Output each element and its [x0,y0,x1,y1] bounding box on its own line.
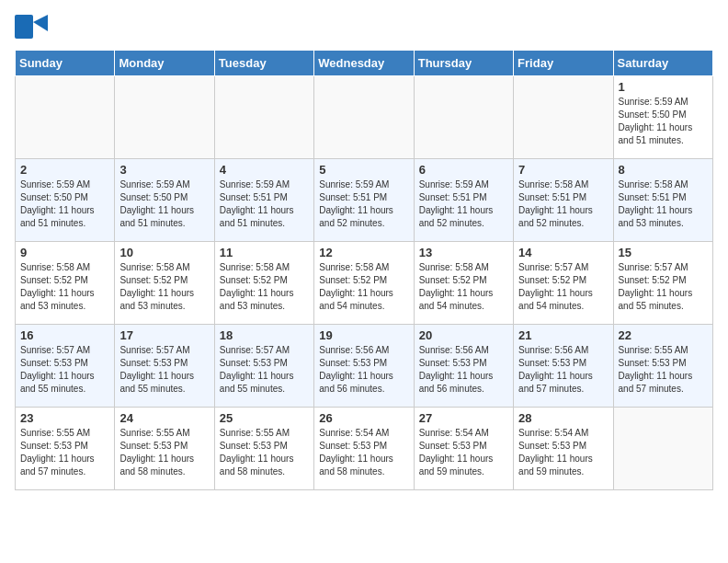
day-info: Sunrise: 5:58 AM Sunset: 5:52 PM Dayligh… [419,261,508,313]
calendar-cell: 18Sunrise: 5:57 AM Sunset: 5:53 PM Dayli… [214,325,313,408]
calendar-cell: 4Sunrise: 5:59 AM Sunset: 5:51 PM Daylig… [214,159,313,242]
calendar-cell [16,76,115,159]
day-number: 14 [518,246,608,259]
day-info: Sunrise: 5:59 AM Sunset: 5:51 PM Dayligh… [220,178,309,230]
day-info: Sunrise: 5:57 AM Sunset: 5:52 PM Dayligh… [518,261,608,313]
day-number: 9 [20,246,109,259]
calendar-header-wednesday: Wednesday [314,51,414,76]
day-info: Sunrise: 5:59 AM Sunset: 5:51 PM Dayligh… [419,178,508,230]
calendar-cell: 15Sunrise: 5:57 AM Sunset: 5:52 PM Dayli… [613,242,712,325]
calendar-cell: 24Sunrise: 5:55 AM Sunset: 5:53 PM Dayli… [115,408,214,490]
calendar-cell: 11Sunrise: 5:58 AM Sunset: 5:52 PM Dayli… [214,242,313,325]
day-number: 18 [220,328,309,342]
calendar-cell: 1Sunrise: 5:59 AM Sunset: 5:50 PM Daylig… [613,76,712,159]
day-number: 12 [319,246,408,259]
day-number: 17 [119,328,209,342]
calendar-cell: 28Sunrise: 5:54 AM Sunset: 5:53 PM Dayli… [514,408,613,490]
day-number: 1 [619,80,708,94]
calendar-cell: 6Sunrise: 5:59 AM Sunset: 5:51 PM Daylig… [414,159,513,242]
day-info: Sunrise: 5:56 AM Sunset: 5:53 PM Dayligh… [419,344,508,396]
calendar-cell: 9Sunrise: 5:58 AM Sunset: 5:52 PM Daylig… [16,242,115,325]
day-number: 8 [619,163,708,177]
calendar-cell: 23Sunrise: 5:55 AM Sunset: 5:53 PM Dayli… [16,408,115,490]
day-info: Sunrise: 5:58 AM Sunset: 5:52 PM Dayligh… [319,261,408,313]
day-info: Sunrise: 5:59 AM Sunset: 5:50 PM Dayligh… [619,96,708,147]
calendar-cell: 27Sunrise: 5:54 AM Sunset: 5:53 PM Dayli… [414,408,513,490]
day-info: Sunrise: 5:57 AM Sunset: 5:53 PM Dayligh… [20,344,109,396]
day-info: Sunrise: 5:58 AM Sunset: 5:52 PM Dayligh… [119,261,209,313]
day-number: 6 [419,163,508,177]
calendar-cell: 8Sunrise: 5:58 AM Sunset: 5:51 PM Daylig… [613,159,712,242]
day-number: 28 [518,411,608,425]
day-info: Sunrise: 5:55 AM Sunset: 5:53 PM Dayligh… [619,344,708,396]
day-number: 7 [518,163,608,177]
day-info: Sunrise: 5:59 AM Sunset: 5:50 PM Dayligh… [119,178,209,230]
calendar-cell: 10Sunrise: 5:58 AM Sunset: 5:52 PM Dayli… [115,242,214,325]
day-info: Sunrise: 5:59 AM Sunset: 5:51 PM Dayligh… [319,178,408,230]
day-info: Sunrise: 5:58 AM Sunset: 5:51 PM Dayligh… [518,178,608,230]
calendar-cell: 20Sunrise: 5:56 AM Sunset: 5:53 PM Dayli… [414,325,513,408]
day-number: 19 [319,328,408,342]
day-number: 15 [619,246,708,259]
calendar-cell [613,408,712,490]
svg-marker-1 [33,15,48,31]
day-info: Sunrise: 5:57 AM Sunset: 5:53 PM Dayligh… [220,344,309,396]
day-number: 20 [419,328,508,342]
day-number: 2 [20,163,109,177]
page-header [15,15,713,39]
day-info: Sunrise: 5:58 AM Sunset: 5:52 PM Dayligh… [220,261,309,313]
day-info: Sunrise: 5:58 AM Sunset: 5:51 PM Dayligh… [619,178,708,230]
calendar-header-friday: Friday [514,51,613,76]
logo [15,15,48,39]
calendar-cell: 21Sunrise: 5:56 AM Sunset: 5:53 PM Dayli… [514,325,613,408]
day-info: Sunrise: 5:56 AM Sunset: 5:53 PM Dayligh… [319,344,408,396]
calendar-week-row: 2Sunrise: 5:59 AM Sunset: 5:50 PM Daylig… [16,159,713,242]
day-info: Sunrise: 5:54 AM Sunset: 5:53 PM Dayligh… [319,427,408,478]
day-number: 23 [20,411,109,425]
calendar-week-row: 9Sunrise: 5:58 AM Sunset: 5:52 PM Daylig… [16,242,713,325]
calendar-cell: 2Sunrise: 5:59 AM Sunset: 5:50 PM Daylig… [16,159,115,242]
day-number: 11 [220,246,309,259]
day-number: 22 [619,328,708,342]
calendar-header-saturday: Saturday [613,51,712,76]
day-info: Sunrise: 5:57 AM Sunset: 5:52 PM Dayligh… [619,261,708,313]
day-info: Sunrise: 5:58 AM Sunset: 5:52 PM Dayligh… [20,261,109,313]
day-number: 13 [419,246,508,259]
calendar-cell [115,76,214,159]
calendar-cell [414,76,513,159]
calendar-cell: 7Sunrise: 5:58 AM Sunset: 5:51 PM Daylig… [514,159,613,242]
day-number: 25 [220,411,309,425]
calendar-cell: 3Sunrise: 5:59 AM Sunset: 5:50 PM Daylig… [115,159,214,242]
calendar-cell: 25Sunrise: 5:55 AM Sunset: 5:53 PM Dayli… [214,408,313,490]
day-number: 16 [20,328,109,342]
calendar-cell: 12Sunrise: 5:58 AM Sunset: 5:52 PM Dayli… [314,242,414,325]
day-number: 4 [220,163,309,177]
calendar-cell: 5Sunrise: 5:59 AM Sunset: 5:51 PM Daylig… [314,159,414,242]
calendar-header-tuesday: Tuesday [214,51,313,76]
calendar-header-monday: Monday [115,51,214,76]
day-info: Sunrise: 5:55 AM Sunset: 5:53 PM Dayligh… [20,427,109,478]
svg-rect-0 [15,15,33,39]
calendar-cell: 26Sunrise: 5:54 AM Sunset: 5:53 PM Dayli… [314,408,414,490]
day-info: Sunrise: 5:55 AM Sunset: 5:53 PM Dayligh… [220,427,309,478]
calendar-cell [214,76,313,159]
day-number: 3 [119,163,209,177]
calendar-header-sunday: Sunday [16,51,115,76]
day-info: Sunrise: 5:54 AM Sunset: 5:53 PM Dayligh… [518,427,608,478]
calendar-cell [314,76,414,159]
calendar-cell: 16Sunrise: 5:57 AM Sunset: 5:53 PM Dayli… [16,325,115,408]
calendar-week-row: 23Sunrise: 5:55 AM Sunset: 5:53 PM Dayli… [16,408,713,490]
calendar-table: SundayMondayTuesdayWednesdayThursdayFrid… [15,50,713,490]
day-number: 27 [419,411,508,425]
calendar-cell [514,76,613,159]
calendar-header-row: SundayMondayTuesdayWednesdayThursdayFrid… [16,51,713,76]
calendar-header-thursday: Thursday [414,51,513,76]
day-info: Sunrise: 5:57 AM Sunset: 5:53 PM Dayligh… [119,344,209,396]
day-number: 24 [119,411,209,425]
calendar-cell: 14Sunrise: 5:57 AM Sunset: 5:52 PM Dayli… [514,242,613,325]
calendar-cell: 17Sunrise: 5:57 AM Sunset: 5:53 PM Dayli… [115,325,214,408]
day-number: 21 [518,328,608,342]
calendar-cell: 19Sunrise: 5:56 AM Sunset: 5:53 PM Dayli… [314,325,414,408]
day-number: 5 [319,163,408,177]
calendar-cell: 13Sunrise: 5:58 AM Sunset: 5:52 PM Dayli… [414,242,513,325]
